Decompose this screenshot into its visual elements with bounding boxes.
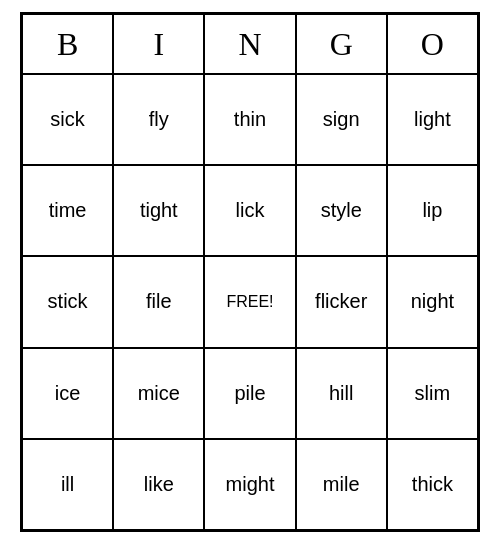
cell-r1c4: sign [296,74,387,165]
header-i: I [113,14,204,74]
cell-r1c3: thin [204,74,295,165]
cell-r5c3: might [204,439,295,530]
cell-r2c5: lip [387,165,478,256]
cell-r2c3: lick [204,165,295,256]
cell-r4c2: mice [113,348,204,439]
cell-r1c1: sick [22,74,113,165]
cell-r5c4: mile [296,439,387,530]
cell-r3c1: stick [22,256,113,347]
cell-r3c4: flicker [296,256,387,347]
header-o: O [387,14,478,74]
cell-r5c1: ill [22,439,113,530]
cell-r4c3: pile [204,348,295,439]
cell-r4c5: slim [387,348,478,439]
header-g: G [296,14,387,74]
cell-r3c5: night [387,256,478,347]
cell-r5c2: like [113,439,204,530]
cell-r5c5: thick [387,439,478,530]
header-n: N [204,14,295,74]
cell-r2c4: style [296,165,387,256]
cell-r4c1: ice [22,348,113,439]
bingo-card: B I N G O sick fly thin sign light time … [20,12,480,532]
cell-r4c4: hill [296,348,387,439]
cell-r3c3-free: FREE! [204,256,295,347]
cell-r1c5: light [387,74,478,165]
cell-r2c1: time [22,165,113,256]
cell-r2c2: tight [113,165,204,256]
header-b: B [22,14,113,74]
cell-r3c2: file [113,256,204,347]
cell-r1c2: fly [113,74,204,165]
